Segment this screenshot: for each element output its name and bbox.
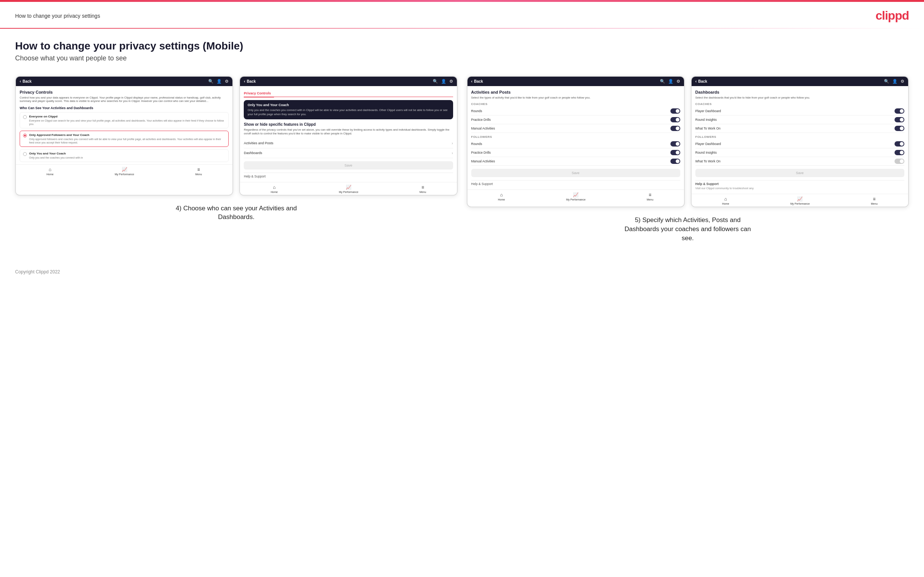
phone4-what-to-work-follower: What To Work On: [695, 157, 905, 166]
phone3-nav-home[interactable]: ⌂ Home: [498, 192, 505, 201]
player-dashboard-coach-toggle[interactable]: [895, 108, 905, 114]
settings-icon[interactable]: ⚙: [225, 79, 229, 84]
phone1-back[interactable]: ‹ Back: [19, 79, 32, 84]
phone1-topbar: ‹ Back 🔍 👤 ⚙: [16, 77, 233, 86]
round-insights-follower-label: Round Insights: [695, 151, 717, 155]
player-dashboard-follower-label: Player Dashboard: [695, 142, 721, 146]
phone2-show-hide-desc: Regardless of the privacy controls that …: [244, 128, 453, 135]
header-divider: [0, 28, 924, 29]
phone2-content: Privacy Controls Only You and Your Coach…: [240, 86, 457, 182]
phone2-nav-home[interactable]: ⌂ Home: [271, 185, 278, 193]
settings-icon4[interactable]: ⚙: [901, 79, 905, 84]
radio-everyone-label: Everyone on Clippd: [29, 115, 225, 118]
performance-label3: My Performance: [566, 198, 585, 201]
rounds-follower-toggle[interactable]: [670, 141, 680, 147]
profile-icon4[interactable]: 👤: [892, 79, 898, 84]
search-icon3[interactable]: 🔍: [660, 79, 665, 84]
phone3-back[interactable]: ‹ Back: [471, 79, 483, 84]
phone4-nav-menu[interactable]: ≡ Menu: [871, 197, 878, 205]
radio-everyone[interactable]: Everyone on Clippd Everyone on Clippd ca…: [19, 112, 229, 128]
manual-follower-label: Manual Activities: [471, 160, 495, 163]
phone2-bottom-nav: ⌂ Home 📈 My Performance ≡ Menu: [240, 182, 457, 195]
radio-approved-content: Only Approved Followers and Your Coach O…: [29, 133, 225, 144]
what-to-work-follower-toggle[interactable]: [895, 159, 905, 164]
search-icon4[interactable]: 🔍: [884, 79, 889, 84]
phone1-radio-group: Everyone on Clippd Everyone on Clippd ca…: [19, 112, 229, 162]
phone2-dashboards-row[interactable]: Dashboards ›: [244, 148, 453, 158]
phone4-topbar-icons: 🔍 👤 ⚙: [884, 79, 905, 84]
phone4-followers-label: FOLLOWERS: [695, 135, 905, 139]
phone4-section-desc: Select the dashboards that you'd like to…: [695, 96, 905, 100]
practice-coach-toggle[interactable]: [670, 117, 680, 122]
phone3-coaches-label: COACHES: [471, 102, 680, 106]
phone1-nav-menu[interactable]: ≡ Menu: [195, 167, 202, 176]
round-insights-coach-toggle[interactable]: [895, 117, 905, 122]
home-label4: Home: [722, 202, 729, 205]
radio-only-you-content: Only You and Your Coach Only you and the…: [29, 152, 83, 160]
phone2-back[interactable]: ‹ Back: [244, 79, 256, 84]
practice-follower-toggle[interactable]: [670, 150, 680, 155]
player-dashboard-follower-toggle[interactable]: [895, 141, 905, 147]
header-breadcrumb: How to change your privacy settings: [15, 13, 100, 19]
phone3-nav-menu[interactable]: ≡ Menu: [647, 192, 653, 201]
phone2-nav-menu[interactable]: ≡ Menu: [420, 185, 426, 193]
page-subheading: Choose what you want people to see: [15, 54, 909, 62]
phone1-nav-home[interactable]: ⌂ Home: [47, 167, 54, 176]
phone2-tab-privacy[interactable]: Privacy Controls: [244, 90, 274, 97]
help-support-label: Help & Support: [695, 182, 905, 186]
player-dashboard-coach-label: Player Dashboard: [695, 109, 721, 113]
phone4-back-arrow: ‹: [695, 79, 697, 84]
phone2-nav-performance[interactable]: 📈 My Performance: [339, 185, 358, 193]
phone4-nav-performance[interactable]: 📈 My Performance: [790, 197, 809, 205]
radio-only-you-dot: [23, 152, 27, 156]
phone3-save-btn[interactable]: Save: [471, 169, 680, 177]
main-content: How to change your privacy settings (Mob…: [0, 40, 924, 258]
popup-title: Only You and Your Coach: [247, 103, 449, 107]
profile-icon3[interactable]: 👤: [668, 79, 674, 84]
settings-icon3[interactable]: ⚙: [677, 79, 680, 84]
round-insights-follower-toggle[interactable]: [895, 150, 905, 155]
search-icon[interactable]: 🔍: [208, 79, 213, 84]
manual-follower-toggle[interactable]: [670, 159, 680, 164]
radio-approved-label: Only Approved Followers and Your Coach: [29, 133, 225, 137]
phone2-show-hide-title: Show or hide specific features in Clippd: [244, 122, 453, 126]
phone3-bottom-nav: ⌂ Home 📈 My Performance ≡ Menu: [467, 190, 684, 202]
manual-coach-toggle[interactable]: [670, 126, 680, 131]
phone3-back-label: Back: [474, 79, 483, 84]
phone2-topbar-icons: 🔍 👤 ⚙: [433, 79, 453, 84]
screenshot-group-left: ‹ Back 🔍 👤 ⚙ Privacy Controls Control ho…: [15, 76, 458, 222]
radio-approved[interactable]: Only Approved Followers and Your Coach O…: [19, 131, 229, 147]
phone2-activities-row[interactable]: Activities and Posts ›: [244, 139, 453, 148]
rounds-coach-toggle[interactable]: [670, 108, 680, 114]
screenshot-group-right: ‹ Back 🔍 👤 ⚙ Activities and Posts Select…: [467, 76, 909, 243]
settings-icon2[interactable]: ⚙: [449, 79, 453, 84]
radio-everyone-content: Everyone on Clippd Everyone on Clippd ca…: [29, 115, 225, 126]
phone4-help: Help & Support Visit our Clippd communit…: [695, 180, 905, 192]
phone-screen2: ‹ Back 🔍 👤 ⚙ Privacy Controls: [239, 76, 457, 196]
phone2-topbar: ‹ Back 🔍 👤 ⚙: [240, 77, 457, 86]
phone3-nav-performance[interactable]: 📈 My Performance: [566, 192, 585, 201]
phone2-save-btn[interactable]: Save: [244, 161, 453, 169]
phone3-manual-coach: Manual Activities: [471, 124, 680, 133]
phone1-nav-performance[interactable]: 📈 My Performance: [115, 167, 134, 176]
menu-label2: Menu: [420, 191, 426, 193]
menu-label3: Menu: [647, 198, 653, 201]
phone4-bottom-nav: ⌂ Home 📈 My Performance ≡ Menu: [691, 194, 908, 206]
profile-icon[interactable]: 👤: [216, 79, 222, 84]
phone4-nav-home[interactable]: ⌂ Home: [722, 197, 729, 205]
screenshots-row: ‹ Back 🔍 👤 ⚙ Privacy Controls Control ho…: [15, 76, 909, 243]
performance-icon: 📈: [122, 167, 128, 172]
screenshot-pair-right: ‹ Back 🔍 👤 ⚙ Activities and Posts Select…: [467, 76, 909, 208]
phone4-back[interactable]: ‹ Back: [695, 79, 708, 84]
performance-icon3: 📈: [573, 192, 578, 198]
phone2-popup: Only You and Your Coach Only you and the…: [244, 100, 453, 119]
profile-icon2[interactable]: 👤: [441, 79, 446, 84]
search-icon2[interactable]: 🔍: [433, 79, 438, 84]
what-to-work-coach-toggle[interactable]: [895, 126, 905, 131]
radio-only-you[interactable]: Only You and Your Coach Only you and the…: [19, 149, 229, 162]
practice-coach-label: Practice Drills: [471, 118, 491, 122]
radio-approved-desc: Only approved followers and coaches you …: [29, 137, 225, 144]
phone4-back-label: Back: [698, 79, 707, 84]
phone4-save-btn[interactable]: Save: [695, 169, 905, 177]
home-label3: Home: [498, 198, 505, 201]
